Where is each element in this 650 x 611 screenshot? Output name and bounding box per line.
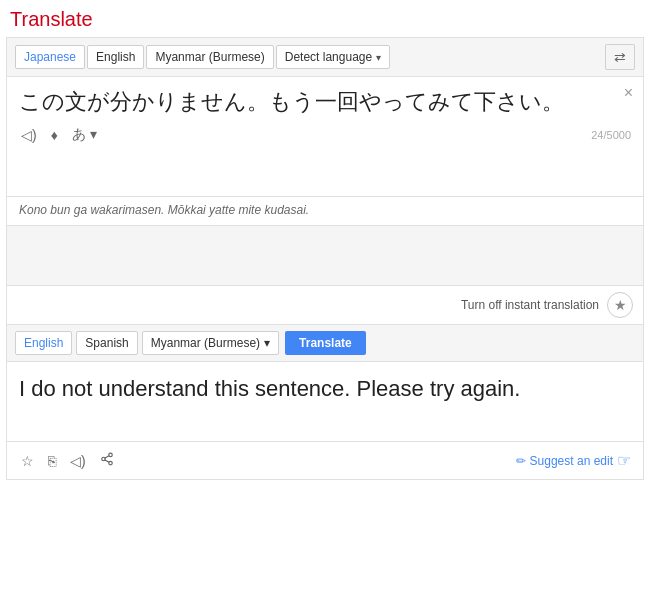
output-star-button[interactable]: ☆ bbox=[19, 451, 36, 471]
font-dropdown-icon: ▾ bbox=[90, 126, 97, 142]
detect-language-label: Detect language bbox=[285, 50, 372, 64]
output-share-button[interactable] bbox=[98, 450, 116, 471]
source-text: この文が分かりません。もう一回やってみて下さい。 bbox=[19, 87, 631, 118]
output-copy-button[interactable]: ⎘ bbox=[46, 451, 58, 471]
source-toolbar: ◁) ♦ あ ▾ 24/5000 bbox=[19, 118, 631, 148]
instant-star-button[interactable]: ★ bbox=[607, 292, 633, 318]
translate-button[interactable]: Translate bbox=[285, 331, 366, 355]
detect-dropdown-icon: ▾ bbox=[376, 52, 381, 63]
svg-line-4 bbox=[105, 456, 109, 458]
target-lang-english[interactable]: English bbox=[15, 331, 72, 355]
instant-translation-bar: Turn off instant translation ★ bbox=[7, 286, 643, 325]
svg-line-3 bbox=[105, 460, 109, 462]
source-mic-button[interactable]: ♦ bbox=[49, 125, 60, 145]
source-speaker-button[interactable]: ◁) bbox=[19, 125, 39, 145]
output-text: I do not understand this sentence. Pleas… bbox=[19, 374, 631, 405]
star-icon: ★ bbox=[614, 297, 627, 313]
output-area: I do not understand this sentence. Pleas… bbox=[7, 362, 643, 442]
pencil-icon: ✏ bbox=[516, 454, 526, 468]
char-count: 24/5000 bbox=[591, 129, 631, 141]
suggest-edit-button[interactable]: ✏ Suggest an edit ☞ bbox=[516, 451, 631, 470]
font-label: あ bbox=[72, 126, 86, 142]
suggest-edit-label: Suggest an edit bbox=[530, 454, 613, 468]
translate-container: Japanese English Myanmar (Burmese) Detec… bbox=[6, 37, 644, 480]
source-lang-english[interactable]: English bbox=[87, 45, 144, 69]
swap-languages-button[interactable]: ⇄ bbox=[605, 44, 635, 70]
detect-language-button[interactable]: Detect language ▾ bbox=[276, 45, 390, 69]
target-lang-myanmar-dropdown[interactable]: Myanmar (Burmese) ▾ bbox=[142, 331, 279, 355]
romanization-text: Kono bun ga wakarimasen. Mōkkai yatte mi… bbox=[7, 197, 643, 226]
source-text-area: この文が分かりません。もう一回やってみて下さい。 × ◁) ♦ あ ▾ 24/5… bbox=[7, 77, 643, 197]
target-lang-spanish[interactable]: Spanish bbox=[76, 331, 137, 355]
target-myanmar-label: Myanmar (Burmese) bbox=[151, 336, 260, 350]
source-lang-japanese[interactable]: Japanese bbox=[15, 45, 85, 69]
cursor-icon: ☞ bbox=[617, 451, 631, 470]
target-lang-bar: English Spanish Myanmar (Burmese) ▾ Tran… bbox=[7, 325, 643, 362]
clear-source-button[interactable]: × bbox=[624, 85, 633, 101]
instant-translation-label: Turn off instant translation bbox=[461, 298, 599, 312]
app-title: Translate bbox=[0, 0, 650, 37]
source-lang-myanmar[interactable]: Myanmar (Burmese) bbox=[146, 45, 273, 69]
source-font-button[interactable]: あ ▾ bbox=[70, 124, 99, 146]
share-icon bbox=[100, 452, 114, 466]
output-speaker-button[interactable]: ◁) bbox=[68, 451, 88, 471]
spacer bbox=[7, 226, 643, 286]
output-toolbar: ☆ ⎘ ◁) ✏ Suggest an edit ☞ bbox=[7, 442, 643, 479]
source-lang-bar: Japanese English Myanmar (Burmese) Detec… bbox=[7, 38, 643, 77]
target-dropdown-icon: ▾ bbox=[264, 336, 270, 350]
